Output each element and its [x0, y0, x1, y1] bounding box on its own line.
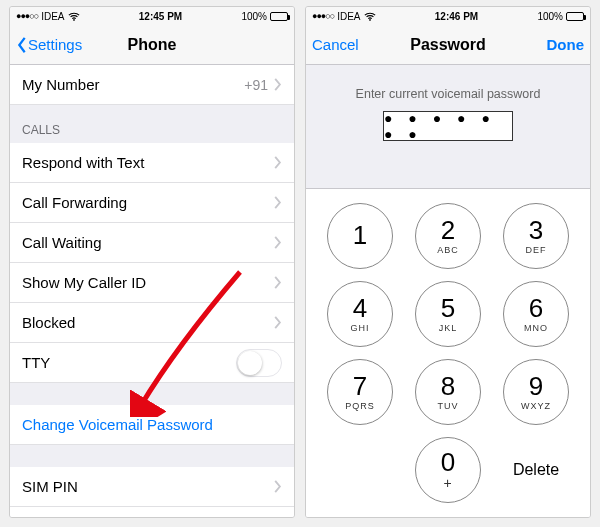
- password-dots: ● ● ● ● ● ● ●: [384, 110, 512, 142]
- sim-applications-cell[interactable]: SIM Applications: [10, 507, 294, 517]
- carrier-label: IDEA: [41, 11, 64, 22]
- call-forwarding-cell[interactable]: Call Forwarding: [10, 183, 294, 223]
- password-entry-screen: ●●●○○ IDEA 12:46 PM 100% Cancel Password…: [305, 6, 591, 518]
- cell-label: My Number: [22, 76, 100, 93]
- cell-label: Respond with Text: [22, 154, 144, 171]
- change-voicemail-password-cell[interactable]: Change Voicemail Password: [10, 405, 294, 445]
- back-button[interactable]: Settings: [16, 36, 82, 54]
- status-time: 12:46 PM: [435, 11, 478, 22]
- chevron-left-icon: [16, 36, 28, 54]
- status-time: 12:45 PM: [139, 11, 182, 22]
- key-5[interactable]: 5JKL: [415, 281, 481, 347]
- password-prompt: Enter current voicemail password: [306, 87, 590, 101]
- call-waiting-cell[interactable]: Call Waiting: [10, 223, 294, 263]
- signal-dots-icon: ●●●○○: [312, 11, 334, 21]
- blocked-cell[interactable]: Blocked: [10, 303, 294, 343]
- cell-label: Show My Caller ID: [22, 274, 146, 291]
- cell-label: SIM PIN: [22, 478, 78, 495]
- key-4[interactable]: 4GHI: [327, 281, 393, 347]
- carrier-label: IDEA: [337, 11, 360, 22]
- cell-label: Blocked: [22, 314, 75, 331]
- key-0[interactable]: 0+: [415, 437, 481, 503]
- battery-percent: 100%: [537, 11, 563, 22]
- done-label: Done: [547, 36, 585, 53]
- battery-percent: 100%: [241, 11, 267, 22]
- cancel-label: Cancel: [312, 36, 359, 53]
- status-bar: ●●●○○ IDEA 12:45 PM 100%: [10, 7, 294, 25]
- sim-pin-cell[interactable]: SIM PIN: [10, 467, 294, 507]
- cancel-button[interactable]: Cancel: [312, 36, 359, 53]
- password-field[interactable]: ● ● ● ● ● ● ●: [383, 111, 513, 141]
- cell-label: Call Forwarding: [22, 194, 127, 211]
- key-2[interactable]: 2ABC: [415, 203, 481, 269]
- key-6[interactable]: 6MNO: [503, 281, 569, 347]
- chevron-right-icon: [274, 236, 282, 249]
- back-label: Settings: [28, 36, 82, 53]
- nav-bar: Settings Phone: [10, 25, 294, 65]
- key-9[interactable]: 9WXYZ: [503, 359, 569, 425]
- key-7[interactable]: 7PQRS: [327, 359, 393, 425]
- chevron-right-icon: [274, 196, 282, 209]
- show-caller-id-cell[interactable]: Show My Caller ID: [10, 263, 294, 303]
- section-header-calls: CALLS: [10, 105, 294, 143]
- key-8[interactable]: 8TUV: [415, 359, 481, 425]
- password-area: Enter current voicemail password ● ● ● ●…: [306, 65, 590, 517]
- done-button[interactable]: Done: [547, 36, 585, 53]
- svg-point-0: [73, 19, 75, 21]
- cell-label: Call Waiting: [22, 234, 101, 251]
- tty-cell: TTY: [10, 343, 294, 383]
- cell-label: Change Voicemail Password: [22, 416, 213, 433]
- battery-icon: [270, 12, 288, 21]
- chevron-right-icon: [274, 276, 282, 289]
- cell-value: +91: [244, 77, 274, 93]
- key-1[interactable]: 1: [327, 203, 393, 269]
- respond-with-text-cell[interactable]: Respond with Text: [10, 143, 294, 183]
- svg-point-1: [369, 19, 371, 21]
- my-number-cell[interactable]: My Number +91: [10, 65, 294, 105]
- chevron-right-icon: [274, 480, 282, 493]
- delete-button[interactable]: Delete: [503, 437, 569, 503]
- wifi-icon: [68, 12, 80, 21]
- numeric-keypad: 1 2ABC 3DEF 4GHI 5JKL 6MNO 7PQRS 8TUV 9W…: [306, 188, 590, 517]
- battery-icon: [566, 12, 584, 21]
- chevron-right-icon: [274, 316, 282, 329]
- signal-dots-icon: ●●●○○: [16, 11, 38, 21]
- status-bar: ●●●○○ IDEA 12:46 PM 100%: [306, 7, 590, 25]
- chevron-right-icon: [274, 156, 282, 169]
- phone-settings-screen: ●●●○○ IDEA 12:45 PM 100% Settings Phone …: [9, 6, 295, 518]
- key-3[interactable]: 3DEF: [503, 203, 569, 269]
- wifi-icon: [364, 12, 376, 21]
- cell-label: TTY: [22, 354, 50, 371]
- nav-bar: Cancel Password Done: [306, 25, 590, 65]
- settings-list: My Number +91 CALLS Respond with Text Ca…: [10, 65, 294, 517]
- chevron-right-icon: [274, 78, 282, 91]
- tty-switch[interactable]: [236, 349, 282, 377]
- keypad-spacer: [327, 437, 393, 503]
